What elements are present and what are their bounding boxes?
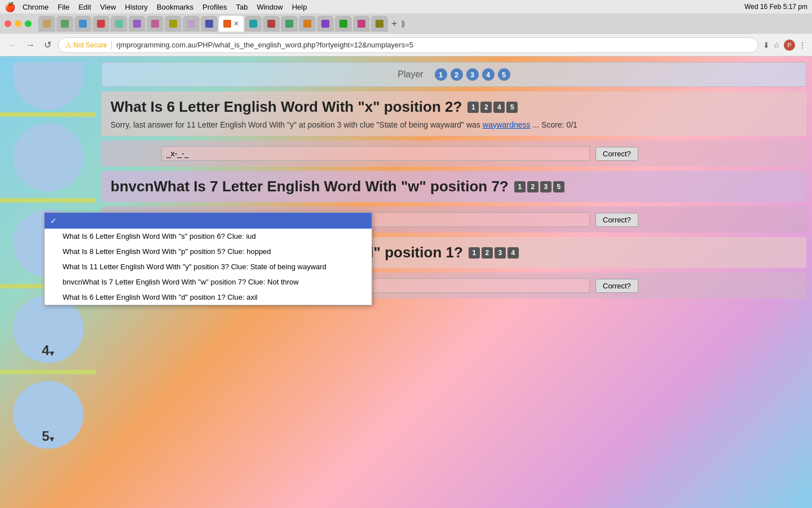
badges-1: 1 2 4 5 xyxy=(467,102,518,113)
yellow-bar-4 xyxy=(0,370,96,374)
answer-input-1[interactable] xyxy=(161,146,590,161)
tab-favicon-11 xyxy=(249,20,257,28)
tab-inactive-9[interactable] xyxy=(183,16,200,32)
player-num-1[interactable]: 1 xyxy=(435,68,447,81)
tab-overflow-button[interactable]: ⟫ xyxy=(401,19,405,28)
tab-close-icon[interactable]: ✕ xyxy=(233,20,239,28)
yellow-bar-2 xyxy=(0,198,96,203)
dropdown-item-0[interactable]: ✓ xyxy=(45,213,372,229)
forward-button[interactable]: → xyxy=(24,38,37,52)
player-num-3[interactable]: 3 xyxy=(466,68,479,81)
profile-icon[interactable]: P xyxy=(784,40,795,51)
menu-edit[interactable]: Edit xyxy=(78,3,91,11)
correct-btn-3[interactable]: Correct? xyxy=(595,279,638,293)
dropdown-item-5[interactable]: What Is 6 Letter English Word With "d" p… xyxy=(45,290,372,305)
tab-inactive-3[interactable] xyxy=(74,16,91,32)
apple-menu[interactable]: 🍎 xyxy=(5,2,16,12)
dropdown-item-3[interactable]: What Is 11 Letter English Word With "y" … xyxy=(45,259,372,274)
circle-5-dropdown[interactable]: ▾ xyxy=(50,433,54,444)
menu-dots-icon[interactable]: ⋮ xyxy=(798,41,806,50)
tab-inactive-4[interactable] xyxy=(92,16,109,32)
player-num-5[interactable]: 5 xyxy=(498,68,510,81)
tab-favicon-12 xyxy=(267,20,275,28)
question-title-1: What Is 6 Letter English Word With "x" p… xyxy=(111,98,797,116)
warning-icon: ⚠ xyxy=(65,41,72,49)
tab-inactive-14[interactable] xyxy=(299,16,316,32)
correct-btn-1[interactable]: Correct? xyxy=(595,147,638,161)
menu-help[interactable]: Help xyxy=(292,3,307,11)
tab-inactive-15[interactable] xyxy=(317,16,334,32)
tab-inactive-5[interactable] xyxy=(111,16,127,32)
tab-favicon-6 xyxy=(133,20,141,28)
tab-inactive-16[interactable] xyxy=(335,16,352,32)
answer-row-1: Correct? xyxy=(102,141,806,167)
waywardness-link[interactable]: waywardness xyxy=(483,120,531,129)
reload-button[interactable]: ↺ xyxy=(42,37,54,52)
tab-favicon-15 xyxy=(321,20,329,28)
address-input-wrap[interactable]: ⚠ Not Secure | rjmprogramming.com.au/PHP… xyxy=(58,37,758,53)
player-num-4[interactable]: 4 xyxy=(482,68,495,81)
tab-active[interactable]: ✕ xyxy=(219,16,244,32)
dropdown-item-1[interactable]: What Is 6 Letter English Word With "s" p… xyxy=(45,229,372,244)
dropdown-overlay: ✓ What Is 6 Letter English Word With "s"… xyxy=(44,212,372,305)
tab-inactive-12[interactable] xyxy=(263,16,280,32)
menu-bookmarks[interactable]: Bookmarks xyxy=(157,3,193,11)
download-icon[interactable]: ⬇ xyxy=(763,41,770,50)
address-bar: ← → ↺ ⚠ Not Secure | rjmprogramming.com.… xyxy=(0,34,812,56)
circle-4-dropdown[interactable]: ▾ xyxy=(50,348,54,358)
tab-favicon-16 xyxy=(339,20,347,28)
badge-2-1: 1 xyxy=(514,181,526,192)
menu-window[interactable]: Window xyxy=(257,3,283,11)
page-content: 4 ▾ 5 ▾ Player 1 2 3 4 5 What Is 6 Lette… xyxy=(0,56,812,508)
tab-active-favicon xyxy=(223,20,231,28)
menu-view[interactable]: View xyxy=(100,3,116,11)
tab-favicon-3 xyxy=(79,20,87,28)
tab-inactive-6[interactable] xyxy=(129,16,145,32)
menu-file[interactable]: File xyxy=(58,3,69,11)
tab-inactive-10[interactable] xyxy=(201,16,218,32)
bookmark-star-icon[interactable]: ☆ xyxy=(773,41,780,50)
tab-inactive-2[interactable] xyxy=(56,16,73,32)
tab-inactive-8[interactable] xyxy=(165,16,182,32)
url-display[interactable]: rjmprogramming.com.au/PHP/what_is_the_en… xyxy=(116,41,751,49)
circle-5: 5 ▾ xyxy=(13,381,83,449)
dropdown-item-4[interactable]: bnvcnWhat Is 7 Letter English Word With … xyxy=(45,274,372,290)
tab-inactive-1[interactable] xyxy=(38,16,55,32)
tab-favicon-8 xyxy=(169,20,177,28)
tab-favicon-4 xyxy=(97,20,105,28)
badge-3-1: 1 xyxy=(469,247,480,259)
close-button[interactable] xyxy=(5,20,11,27)
question-title-2: bnvcnWhat Is 7 Letter English Word With … xyxy=(111,178,797,195)
tab-inactive-13[interactable] xyxy=(281,16,298,32)
player-label: Player xyxy=(398,69,423,80)
menu-profiles[interactable]: Profiles xyxy=(202,3,227,11)
circle-1 xyxy=(13,62,83,110)
maximize-button[interactable] xyxy=(25,20,32,27)
sorry-text: Sorry, last answer for 11 Letter English… xyxy=(111,120,797,129)
menu-tab[interactable]: Tab xyxy=(236,3,248,11)
badge-2-2: 2 xyxy=(527,181,539,192)
tab-inactive-11[interactable] xyxy=(245,16,262,32)
tab-inactive-7[interactable] xyxy=(147,16,164,32)
back-button[interactable]: ← xyxy=(6,38,19,52)
dropdown-item-2[interactable]: What Is 8 Letter English Word With "p" p… xyxy=(45,244,372,259)
tab-favicon-5 xyxy=(115,20,123,28)
circle-4: 4 ▾ xyxy=(13,295,83,363)
circle-2 xyxy=(13,124,83,191)
player-num-2[interactable]: 2 xyxy=(451,68,463,81)
menu-chrome[interactable]: Chrome xyxy=(23,3,48,11)
circle-4-num: 4 xyxy=(42,343,49,358)
tab-favicon-13 xyxy=(285,20,293,28)
tab-favicon-17 xyxy=(358,20,365,28)
correct-btn-2[interactable]: Correct? xyxy=(595,213,638,227)
not-secure-indicator: ⚠ Not Secure xyxy=(65,41,107,49)
badge-3-2: 2 xyxy=(482,247,493,259)
dropdown-check-0: ✓ xyxy=(50,216,57,225)
minimize-button[interactable] xyxy=(15,20,21,27)
add-tab-button[interactable]: + xyxy=(391,18,398,30)
tab-inactive-17[interactable] xyxy=(353,16,370,32)
tab-inactive-18[interactable] xyxy=(371,16,388,32)
mac-menu-bar: 🍎 Chrome File Edit View History Bookmark… xyxy=(0,0,812,14)
menu-history[interactable]: History xyxy=(125,3,148,11)
player-nums: 1 2 3 4 5 xyxy=(435,68,510,81)
